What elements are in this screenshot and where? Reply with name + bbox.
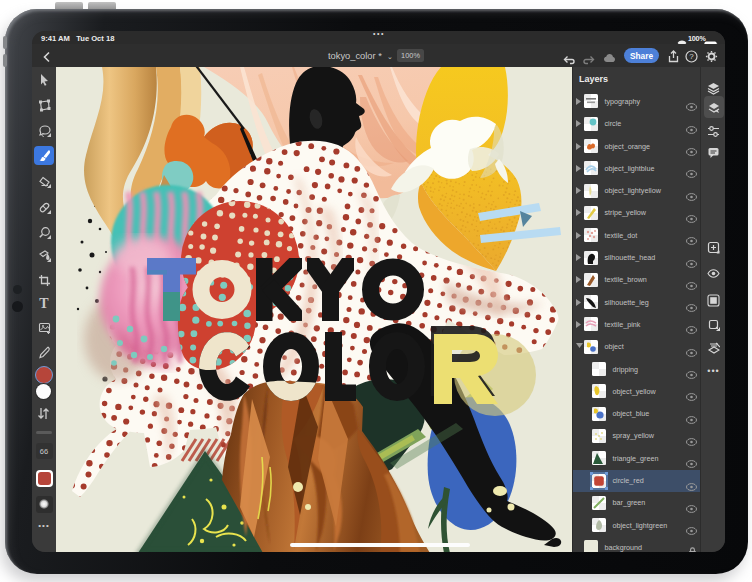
svg-text:?: ? [689, 52, 694, 61]
